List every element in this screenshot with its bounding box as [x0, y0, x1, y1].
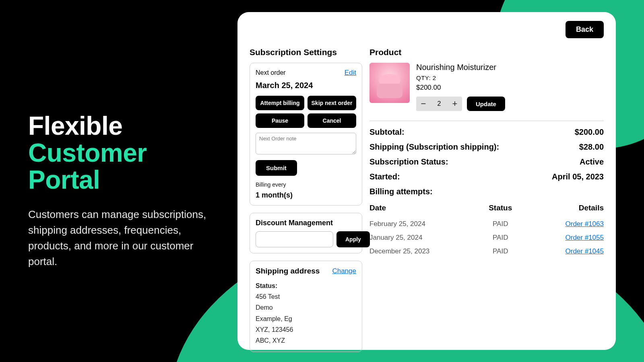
divider [369, 121, 604, 121]
attempt-date: February 25, 2024 [369, 220, 466, 228]
change-shipping-link[interactable]: Change [332, 267, 356, 275]
subscription-settings-box: Next order Edit March 25, 2024 Attempt b… [250, 63, 362, 206]
portal-card: Back Subscription Settings Next order Ed… [237, 12, 616, 350]
shipping-line: Demo [256, 302, 356, 313]
subscription-status-label: Subscription Status: [369, 157, 448, 167]
billing-every-label: Billing every [256, 181, 356, 188]
hero-description: Customers can manage subscriptions, ship… [28, 207, 213, 269]
pause-button[interactable]: Pause [256, 113, 304, 128]
attempt-status: PAID [466, 234, 535, 242]
shipping-line: 456 Test [256, 291, 356, 302]
skip-next-order-button[interactable]: Skip next order [308, 96, 356, 110]
shipping-cost-label: Shipping (Subscription shipping): [369, 142, 499, 152]
discount-box: Discount Management Apply [250, 213, 362, 253]
subscription-settings-heading: Subscription Settings [250, 47, 362, 57]
attempt-date: December 25, 2023 [369, 247, 466, 255]
attempts-table-header: Date Status Details [369, 204, 604, 212]
product-image [369, 63, 410, 103]
attempt-row: January 25, 2024 PAID Order #1055 [369, 231, 604, 245]
attempt-order-link[interactable]: Order #1055 [566, 234, 604, 241]
product-row: Nourishing Moisturizer QTY: 2 $200.00 − … [369, 63, 604, 111]
started-value: April 05, 2023 [552, 172, 604, 181]
hero-title-line1: Flexible [28, 111, 122, 140]
minus-icon: − [421, 99, 426, 109]
next-order-label: Next order [256, 69, 286, 76]
update-quantity-button[interactable]: Update [467, 97, 505, 111]
attempt-date: January 25, 2024 [369, 234, 466, 242]
attempt-order-link[interactable]: Order #1063 [566, 220, 604, 228]
attempt-status: PAID [466, 247, 535, 255]
hero-title-line2: Customer Portal [28, 138, 147, 194]
plus-icon: + [452, 99, 458, 109]
shipping-line: Example, Eg [256, 313, 356, 324]
cancel-button[interactable]: Cancel [308, 113, 356, 128]
attempt-order-link[interactable]: Order #1045 [566, 247, 604, 255]
submit-note-button[interactable]: Submit [256, 160, 297, 176]
attempt-row: February 25, 2024 PAID Order #1063 [369, 217, 604, 231]
product-price: $200.00 [416, 84, 604, 92]
attempt-status: PAID [466, 220, 535, 228]
billing-every-value: 1 month(s) [256, 191, 356, 200]
hero-title: Flexible Customer Portal [28, 113, 213, 194]
billing-attempts-label: Billing attempts: [369, 187, 604, 196]
quantity-stepper: − 2 + [416, 97, 462, 111]
attempt-row: December 25, 2023 PAID Order #1045 [369, 245, 604, 258]
next-order-date: March 25, 2024 [256, 81, 356, 90]
attempts-col-details: Details [535, 204, 604, 212]
subtotal-value: $200.00 [575, 128, 604, 137]
shipping-box: Shipping address Change Status: 456 Test… [250, 261, 362, 352]
shipping-line: XYZ, 123456 [256, 324, 356, 335]
attempts-col-status: Status [466, 204, 535, 212]
shipping-line: ABC, XYZ [256, 335, 356, 346]
hero-section: Flexible Customer Portal Customers can m… [28, 113, 213, 269]
shipping-heading: Shipping address [256, 267, 320, 276]
shipping-cost-value: $28.00 [579, 142, 604, 152]
back-button[interactable]: Back [566, 21, 604, 38]
attempts-col-date: Date [369, 204, 466, 212]
product-qty-label: QTY: 2 [416, 74, 604, 81]
product-heading: Product [369, 47, 604, 57]
attempt-billing-button[interactable]: Attempt billing [256, 96, 304, 110]
decrement-button[interactable]: − [416, 97, 431, 111]
increment-button[interactable]: + [448, 97, 462, 111]
discount-heading: Discount Management [256, 219, 356, 227]
started-label: Started: [369, 172, 400, 181]
quantity-value: 2 [431, 100, 448, 107]
next-order-note-input[interactable] [256, 133, 356, 154]
product-name: Nourishing Moisturizer [416, 63, 604, 72]
edit-next-order-link[interactable]: Edit [345, 69, 356, 77]
apply-discount-button[interactable]: Apply [336, 231, 370, 247]
subtotal-label: Subtotal: [369, 128, 405, 137]
discount-code-input[interactable] [256, 231, 333, 247]
shipping-status-label: Status: [256, 280, 356, 291]
subscription-status-value: Active [580, 157, 604, 167]
